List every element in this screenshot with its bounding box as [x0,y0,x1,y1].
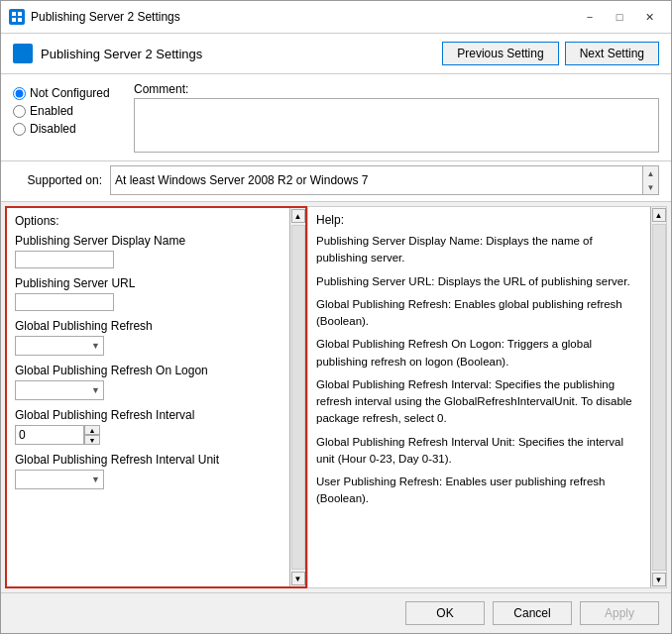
option-display-name-input[interactable] [15,251,114,268]
header-left: Publishing Server 2 Settings [13,44,202,63]
spinner-down-button[interactable]: ▼ [84,435,100,445]
title-bar: Publishing Server 2 Settings − □ ✕ [1,1,671,34]
chevron-down-icon-2: ▼ [91,385,100,395]
chevron-down-icon-3: ▼ [91,475,100,484]
svg-rect-2 [12,18,16,22]
help-item-3: Global Publishing Refresh On Logon: Trig… [316,336,642,370]
help-title: Help: [316,213,642,227]
main-window: Publishing Server 2 Settings − □ ✕ Publi… [0,0,672,634]
options-scroll-down[interactable]: ▼ [291,572,305,585]
svg-rect-1 [18,12,22,16]
spinner-buttons: ▲ ▼ [84,425,100,445]
option-global-refresh-label: Global Publishing Refresh [15,319,281,333]
option-interval-unit-label: Global Publishing Refresh Interval Unit [15,453,281,467]
enabled-label: Enabled [30,104,73,118]
apply-button[interactable]: Apply [580,601,659,625]
option-refresh-interval: Global Publishing Refresh Interval ▲ ▼ [15,408,281,445]
option-global-refresh: Global Publishing Refresh ▼ [15,319,281,356]
option-global-refresh-dropdown[interactable]: ▼ [15,336,104,356]
options-content: Options: Publishing Server Display Name … [7,208,289,586]
option-server-url: Publishing Server URL [15,276,281,311]
supported-scrollbar: ▲ ▼ [642,166,658,194]
window-icon [9,9,25,25]
comment-label: Comment: [134,82,659,96]
supported-box: At least Windows Server 2008 R2 or Windo… [110,165,659,195]
option-refresh-logon-label: Global Publishing Refresh On Logon [15,364,281,377]
options-scroll-up[interactable]: ▲ [291,209,305,223]
option-refresh-interval-input[interactable] [15,425,84,445]
minimize-button[interactable]: − [576,7,604,27]
help-content: Help: Publishing Server Display Name: Di… [308,207,650,587]
option-interval-unit-dropdown[interactable]: ▼ [15,470,104,489]
svg-rect-0 [12,12,16,16]
not-configured-input[interactable] [13,87,26,100]
help-panel: Help: Publishing Server Display Name: Di… [307,206,667,588]
help-scroll-track [652,224,666,571]
enabled-radio[interactable]: Enabled [13,104,122,118]
not-configured-radio[interactable]: Not Configured [13,86,122,100]
option-refresh-interval-label: Global Publishing Refresh Interval [15,408,281,422]
title-bar-left: Publishing Server 2 Settings [9,9,180,25]
option-refresh-logon-dropdown[interactable]: ▼ [15,380,104,400]
enabled-input[interactable] [13,105,26,118]
cancel-button[interactable]: Cancel [493,601,572,625]
supported-scroll-up[interactable]: ▲ [644,166,658,180]
help-item-1: Publishing Server URL: Displays the URL … [316,273,642,290]
window-title: Publishing Server 2 Settings [31,10,180,24]
option-display-name-label: Publishing Server Display Name [15,234,281,248]
maximize-button[interactable]: □ [606,7,633,27]
option-refresh-logon: Global Publishing Refresh On Logon ▼ [15,364,281,400]
window-controls: − □ ✕ [576,7,663,27]
chevron-down-icon: ▼ [91,341,100,351]
header-buttons: Previous Setting Next Setting [442,42,659,65]
options-scroll-track [291,225,305,570]
help-scroll-up[interactable]: ▲ [652,208,666,222]
help-item-4: Global Publishing Refresh Interval: Spec… [316,376,642,428]
help-item-5: Global Publishing Refresh Interval Unit:… [316,434,642,469]
options-scrollbar: ▲ ▼ [289,208,305,586]
config-section: Not Configured Enabled Disabled Comment: [1,74,671,161]
svg-rect-3 [18,18,22,22]
option-display-name: Publishing Server Display Name [15,234,281,268]
option-server-url-label: Publishing Server URL [15,276,281,290]
ok-button[interactable]: OK [405,601,485,625]
disabled-label: Disabled [30,122,76,136]
help-text: Publishing Server Display Name: Displays… [316,233,642,508]
comment-area: Comment: [134,82,659,153]
dialog-header: Publishing Server 2 Settings Previous Se… [1,34,671,74]
header-title: Publishing Server 2 Settings [41,47,202,61]
help-item-0: Publishing Server Display Name: Displays… [316,233,642,267]
supported-section: At least Windows Server 2008 R2 or Windo… [110,165,659,195]
option-server-url-input[interactable] [15,293,114,311]
comment-textarea[interactable] [134,98,659,153]
help-scrollbar: ▲ ▼ [650,207,666,587]
previous-setting-button[interactable]: Previous Setting [442,42,558,65]
supported-label: Supported on: [13,173,102,187]
spinner-group: ▲ ▼ [15,425,281,445]
option-interval-unit: Global Publishing Refresh Interval Unit … [15,453,281,489]
supported-scroll-down[interactable]: ▼ [644,180,658,194]
help-item-2: Global Publishing Refresh: Enables globa… [316,296,642,331]
radio-group: Not Configured Enabled Disabled [13,82,122,136]
options-title: Options: [15,214,281,228]
main-body: Options: Publishing Server Display Name … [1,202,671,592]
supported-row: Supported on: At least Windows Server 20… [1,161,671,202]
options-panel: Options: Publishing Server Display Name … [5,206,307,588]
disabled-input[interactable] [13,123,26,136]
close-button[interactable]: ✕ [635,7,663,27]
disabled-radio[interactable]: Disabled [13,122,122,136]
header-icon [13,44,33,63]
next-setting-button[interactable]: Next Setting [565,42,659,65]
help-scroll-down[interactable]: ▼ [652,573,666,586]
spinner-up-button[interactable]: ▲ [84,425,100,435]
footer: OK Cancel Apply [1,592,671,633]
help-item-6: User Publishing Refresh: Enables user pu… [316,474,642,508]
not-configured-label: Not Configured [30,86,110,100]
supported-value: At least Windows Server 2008 R2 or Windo… [111,166,642,194]
